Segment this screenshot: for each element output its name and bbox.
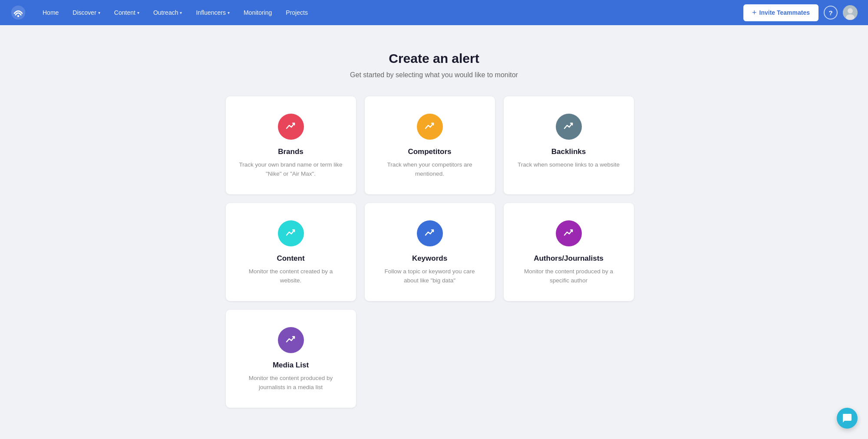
svg-point-1 xyxy=(17,15,20,17)
nav-actions: + Invite Teammates ? xyxy=(743,4,858,21)
competitors-icon xyxy=(424,121,436,133)
card-keywords[interactable]: Keywords Follow a topic or keyword you c… xyxy=(365,203,495,301)
card-brands[interactable]: Brands Track your own brand name or term… xyxy=(226,96,356,194)
discover-chevron-icon: ▾ xyxy=(98,10,100,15)
backlinks-icon-wrap xyxy=(556,114,582,140)
page-content: Create an alert Get started by selecting… xyxy=(0,25,868,425)
cards-section: Brands Track your own brand name or term… xyxy=(226,96,643,408)
backlinks-title: Backlinks xyxy=(551,147,586,156)
nav-content[interactable]: Content▾ xyxy=(108,6,145,20)
trending-up-icon xyxy=(285,121,297,133)
navbar: Home Discover▾ Content▾ Outreach▾ Influe… xyxy=(0,0,868,25)
content-icon xyxy=(285,227,297,239)
medialist-title: Media List xyxy=(273,361,309,370)
keywords-desc: Follow a topic or keyword you care about… xyxy=(378,267,482,285)
cards-row-2: Content Monitor the content created by a… xyxy=(226,203,634,301)
invite-teammates-button[interactable]: + Invite Teammates xyxy=(743,4,818,21)
card-backlinks[interactable]: Backlinks Track when someone links to a … xyxy=(504,96,634,194)
outreach-chevron-icon: ▾ xyxy=(180,10,182,15)
logo[interactable] xyxy=(10,5,26,20)
card-medialist[interactable]: Media List Monitor the content produced … xyxy=(226,310,356,408)
authors-icon-wrap xyxy=(556,220,582,246)
nav-home[interactable]: Home xyxy=(36,6,65,20)
authors-desc: Monitor the content produced by a specif… xyxy=(517,267,621,285)
brands-icon-wrap xyxy=(278,114,304,140)
content-icon-wrap xyxy=(278,220,304,246)
backlinks-desc: Track when someone links to a website xyxy=(518,161,620,170)
medialist-desc: Monitor the content produced by journali… xyxy=(239,374,343,392)
nav-links: Home Discover▾ Content▾ Outreach▾ Influe… xyxy=(36,6,743,20)
authors-icon xyxy=(563,227,575,239)
card-authors[interactable]: Authors/Journalists Monitor the content … xyxy=(504,203,634,301)
content-title: Content xyxy=(277,254,304,263)
nav-discover[interactable]: Discover▾ xyxy=(66,6,106,20)
nav-projects[interactable]: Projects xyxy=(280,6,314,20)
card-content[interactable]: Content Monitor the content created by a… xyxy=(226,203,356,301)
backlinks-icon xyxy=(563,121,575,133)
chat-bubble-button[interactable] xyxy=(837,408,858,429)
nav-monitoring[interactable]: Monitoring xyxy=(238,6,278,20)
keywords-title: Keywords xyxy=(412,254,447,263)
medialist-icon-wrap xyxy=(278,327,304,353)
cards-row-3: Media List Monitor the content produced … xyxy=(226,310,356,408)
medialist-icon xyxy=(285,334,297,346)
keywords-icon xyxy=(424,227,436,239)
content-chevron-icon: ▾ xyxy=(137,10,139,15)
plus-icon: + xyxy=(752,8,757,17)
nav-outreach[interactable]: Outreach▾ xyxy=(147,6,188,20)
competitors-title: Competitors xyxy=(408,147,451,156)
content-desc: Monitor the content created by a website… xyxy=(239,267,343,285)
brands-title: Brands xyxy=(278,147,304,156)
brands-desc: Track your own brand name or term like "… xyxy=(239,161,343,179)
page-subtitle: Get started by selecting what you would … xyxy=(350,71,518,79)
chat-icon xyxy=(842,413,852,423)
card-competitors[interactable]: Competitors Track when your competitors … xyxy=(365,96,495,194)
competitors-icon-wrap xyxy=(417,114,443,140)
avatar[interactable] xyxy=(843,5,858,20)
help-button[interactable]: ? xyxy=(824,6,838,20)
nav-influencers[interactable]: Influencers▾ xyxy=(190,6,235,20)
cards-row-1: Brands Track your own brand name or term… xyxy=(226,96,634,194)
svg-point-3 xyxy=(848,8,853,13)
influencers-chevron-icon: ▾ xyxy=(228,10,230,15)
competitors-desc: Track when your competitors are mentione… xyxy=(378,161,482,179)
keywords-icon-wrap xyxy=(417,220,443,246)
page-title: Create an alert xyxy=(389,51,479,66)
authors-title: Authors/Journalists xyxy=(534,254,604,263)
